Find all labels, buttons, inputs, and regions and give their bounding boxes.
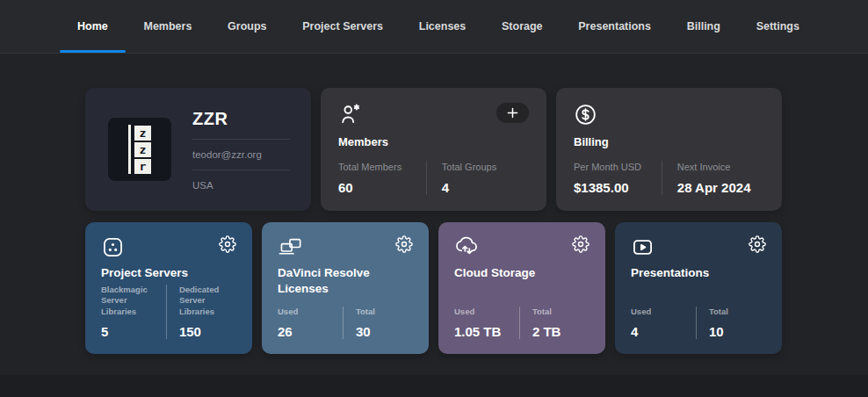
stat-label: Per Month USD [574, 161, 662, 173]
gear-icon [219, 235, 236, 253]
org-email: teodor@zzr.org [192, 149, 290, 160]
members-card-title: Members [338, 135, 529, 148]
logo-bar [128, 125, 131, 174]
org-info: ZZR teodor@zzr.org USA [192, 109, 290, 191]
org-name: ZZR [192, 109, 290, 129]
stat-value: 2 TB [532, 324, 590, 339]
stat-total-members: Total Members 60 [338, 161, 426, 195]
nav-tab-project-servers[interactable]: Project Servers [302, 0, 383, 53]
devices-icon [278, 235, 303, 259]
stat-value: 10 [709, 324, 766, 339]
service-tiles-row: Project Servers Blackmagic Server Librar… [85, 222, 783, 354]
stat-value: 28 Apr 2024 [677, 180, 764, 195]
cloud-sync-icon [454, 235, 480, 259]
stat-value: 5 [101, 324, 161, 339]
nav-tab-settings[interactable]: Settings [756, 0, 799, 53]
servers-icon [101, 235, 125, 259]
presentations-settings-button[interactable] [749, 235, 766, 253]
stat-label: Used [631, 307, 691, 318]
stat-value: 26 [278, 324, 337, 339]
org-profile-card: z z r ZZR teodor@zzr.org USA [85, 88, 311, 211]
members-card: Members Total Members 60 Total Groups 4 [321, 88, 546, 211]
stat-total-groups: Total Groups 4 [427, 161, 529, 195]
stat-blackmagic-libraries: Blackmagic Server Libraries 5 [101, 285, 166, 339]
project-servers-settings-button[interactable] [219, 235, 236, 253]
stat-total: Total 10 [697, 307, 766, 339]
add-member-button[interactable] [496, 103, 529, 123]
stat-label: Total [356, 307, 413, 318]
nav-tab-storage[interactable]: Storage [502, 0, 543, 53]
gear-icon [395, 235, 413, 253]
stat-total: Total 30 [344, 307, 413, 339]
user-add-icon [338, 103, 362, 126]
project-servers-tile: Project Servers Blackmagic Server Librar… [85, 222, 252, 354]
stat-used: Used 26 [278, 307, 343, 339]
stat-value: 4 [442, 180, 529, 195]
presentations-tile: Presentations Used 4 Total 10 [615, 222, 782, 354]
stat-value: $1385.00 [574, 180, 662, 195]
nav-tab-members[interactable]: Members [143, 0, 192, 53]
davinci-licenses-tile: DaVinci Resolve Licenses Used 26 Total 3… [262, 222, 429, 354]
tile-stats: Blackmagic Server Libraries 5 Dedicated … [101, 285, 236, 339]
members-stats: Total Members 60 Total Groups 4 [338, 161, 529, 195]
stat-used: Used 4 [631, 307, 696, 339]
stat-label: Dedicated Server Libraries [179, 285, 236, 318]
logo-letter: z [134, 126, 151, 141]
stat-value: 60 [338, 180, 426, 195]
cloud-storage-settings-button[interactable] [572, 235, 590, 253]
nav-tab-licenses[interactable]: Licenses [419, 0, 467, 53]
tile-stats: Used 26 Total 30 [278, 307, 413, 339]
top-navigation: Home Members Groups Project Servers Lice… [0, 0, 868, 54]
presentation-play-icon [631, 235, 655, 259]
gear-icon [749, 235, 766, 253]
nav-tab-groups[interactable]: Groups [228, 0, 266, 53]
tile-title: DaVinci Resolve Licenses [278, 265, 396, 296]
stat-value: 30 [356, 324, 413, 339]
dashboard-content: z z r ZZR teodor@zzr.org USA [0, 54, 868, 354]
stat-label: Total Members [338, 161, 426, 173]
stat-per-month: Per Month USD $1385.00 [574, 161, 662, 195]
stat-label: Used [278, 307, 337, 318]
stat-dedicated-libraries: Dedicated Server Libraries 150 [167, 285, 236, 339]
divider [192, 170, 290, 170]
nav-tab-billing[interactable]: Billing [687, 0, 720, 53]
stat-label: Total Groups [442, 161, 529, 173]
tile-title: Project Servers [101, 265, 220, 281]
nav-tab-home[interactable]: Home [77, 0, 108, 53]
divider [192, 139, 290, 140]
billing-card-title: Billing [574, 135, 764, 148]
stat-label: Blackmagic Server Libraries [101, 285, 161, 318]
plus-icon [507, 107, 518, 119]
stat-label: Used [454, 307, 514, 318]
stat-next-invoice: Next Invoice 28 Apr 2024 [662, 161, 764, 195]
logo-letter: z [134, 142, 151, 157]
billing-stats: Per Month USD $1385.00 Next Invoice 28 A… [574, 161, 764, 195]
tile-stats: Used 1.05 TB Total 2 TB [454, 307, 590, 339]
stat-label: Total [709, 307, 766, 318]
stat-value: 4 [631, 324, 691, 339]
stat-value: 1.05 TB [454, 324, 514, 339]
stat-label: Total [532, 307, 590, 318]
dollar-circle-icon [574, 103, 597, 126]
stat-total: Total 2 TB [520, 307, 590, 339]
cloud-storage-tile: Cloud Storage Used 1.05 TB Total 2 TB [438, 222, 605, 354]
nav-tab-presentations[interactable]: Presentations [578, 0, 651, 53]
logo-tiles: z z r [134, 126, 151, 174]
bottom-strip [0, 375, 868, 397]
stat-used: Used 1.05 TB [454, 307, 519, 339]
tile-title: Cloud Storage [454, 265, 573, 281]
tile-stats: Used 4 Total 10 [631, 307, 766, 339]
stat-value: 150 [179, 324, 236, 339]
davinci-licenses-settings-button[interactable] [395, 235, 413, 253]
logo-letter: r [134, 159, 151, 174]
org-country: USA [192, 180, 290, 191]
stat-label: Next Invoice [677, 161, 764, 173]
tile-title: Presentations [631, 265, 749, 281]
billing-card: Billing Per Month USD $1385.00 Next Invo… [556, 88, 782, 211]
summary-row: z z r ZZR teodor@zzr.org USA [85, 88, 783, 211]
zzr-logo: z z r [108, 118, 171, 181]
gear-icon [572, 235, 590, 253]
